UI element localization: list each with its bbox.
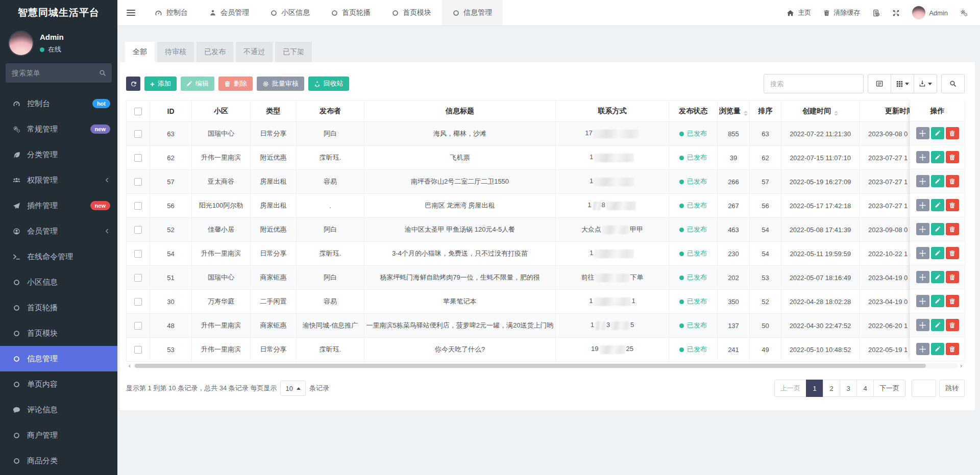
filter-tab[interactable]: 已发布 bbox=[197, 42, 233, 62]
fullscreen-button[interactable] bbox=[886, 0, 906, 26]
move-row-button[interactable] bbox=[916, 175, 929, 187]
row-checkbox[interactable] bbox=[134, 346, 142, 354]
topbar-tab[interactable]: 小区信息 bbox=[260, 0, 321, 26]
sidebar-item[interactable]: 会员管理 ‹ bbox=[0, 218, 117, 244]
sidebar-item[interactable]: 插件管理 new bbox=[0, 193, 117, 218]
home-link[interactable]: 主页 bbox=[780, 0, 817, 26]
edit-row-button[interactable] bbox=[931, 319, 944, 331]
sidebar-item[interactable]: 首页轮播 bbox=[0, 295, 117, 320]
delete-row-button[interactable] bbox=[946, 271, 959, 283]
topbar-tab[interactable]: 信息管理 bbox=[442, 0, 503, 26]
move-row-button[interactable] bbox=[916, 127, 929, 139]
row-checkbox[interactable] bbox=[134, 274, 142, 282]
move-row-button[interactable] bbox=[916, 319, 929, 331]
row-checkbox[interactable] bbox=[134, 130, 142, 138]
row-checkbox[interactable] bbox=[134, 202, 142, 210]
edit-row-button[interactable] bbox=[931, 247, 944, 259]
check-update-button[interactable] bbox=[866, 0, 886, 26]
topbar-tab[interactable]: 首页轮播 bbox=[321, 0, 381, 26]
sidebar-item[interactable]: 商户管理 bbox=[0, 422, 117, 448]
sidebar-item[interactable]: 权限管理 ‹ bbox=[0, 167, 117, 193]
settings-button[interactable] bbox=[954, 0, 974, 26]
row-checkbox[interactable] bbox=[134, 154, 142, 162]
sidebar-item[interactable]: 商品分类 bbox=[0, 448, 117, 473]
edit-row-button[interactable] bbox=[931, 127, 944, 139]
topbar-tab[interactable]: 会员管理 bbox=[199, 0, 260, 26]
edit-row-button[interactable] bbox=[931, 223, 944, 235]
scrollbar-thumb[interactable] bbox=[135, 364, 926, 368]
topbar-tab[interactable]: 控制台 bbox=[144, 0, 199, 26]
scrollbar-track[interactable] bbox=[133, 363, 958, 368]
sidebar-item[interactable]: 首页模块 bbox=[0, 320, 117, 346]
sidebar-item[interactable]: 评论信息 bbox=[0, 397, 117, 422]
sidebar-item[interactable]: 分类管理 bbox=[0, 142, 117, 167]
move-row-button[interactable] bbox=[916, 271, 929, 283]
table-search-input[interactable] bbox=[764, 74, 864, 93]
sidebar-toggle-button[interactable] bbox=[117, 0, 144, 26]
recycle-bin-button[interactable]: 回收站 bbox=[308, 77, 349, 91]
row-checkbox[interactable] bbox=[134, 298, 142, 306]
col-views[interactable]: 浏览量 bbox=[718, 101, 750, 122]
move-row-button[interactable] bbox=[916, 247, 929, 259]
row-checkbox[interactable] bbox=[134, 250, 142, 258]
scroll-left-arrow[interactable]: ‹ bbox=[126, 363, 133, 369]
menu-search-input[interactable] bbox=[6, 63, 112, 83]
advanced-search-button[interactable] bbox=[941, 74, 965, 93]
delete-row-button[interactable] bbox=[946, 175, 959, 187]
sidebar-item[interactable]: 常规管理 new bbox=[0, 116, 117, 142]
filter-tab[interactable]: 待审核 bbox=[157, 42, 194, 62]
avatar[interactable] bbox=[9, 32, 33, 55]
row-checkbox[interactable] bbox=[134, 226, 142, 234]
sidebar-item[interactable]: 控制台 hot bbox=[0, 91, 117, 116]
scroll-right-arrow[interactable]: › bbox=[958, 363, 965, 369]
page-size-select[interactable]: 10 bbox=[280, 381, 305, 396]
columns-button[interactable] bbox=[891, 74, 914, 93]
col-created[interactable]: 创建时间 bbox=[781, 101, 860, 122]
edit-row-button[interactable] bbox=[931, 175, 944, 187]
delete-row-button[interactable] bbox=[946, 343, 959, 355]
detail-view-button[interactable] bbox=[868, 74, 891, 93]
app-logo[interactable]: 智慧同城生活平台 bbox=[0, 0, 117, 26]
export-button[interactable] bbox=[914, 74, 937, 93]
delete-row-button[interactable] bbox=[946, 247, 959, 259]
next-page-button[interactable]: 下一页 bbox=[873, 380, 905, 397]
delete-button[interactable]: 删除 bbox=[218, 77, 253, 91]
sidebar-item[interactable]: 单页内容 bbox=[0, 371, 117, 397]
page-button[interactable]: 4 bbox=[856, 380, 874, 397]
move-row-button[interactable] bbox=[916, 151, 929, 163]
jump-page-input[interactable] bbox=[912, 380, 936, 397]
row-checkbox[interactable] bbox=[134, 178, 142, 186]
delete-row-button[interactable] bbox=[946, 295, 959, 307]
page-button[interactable]: 3 bbox=[840, 380, 857, 397]
edit-row-button[interactable] bbox=[931, 271, 944, 283]
delete-row-button[interactable] bbox=[946, 151, 959, 163]
filter-tab[interactable]: 不通过 bbox=[236, 42, 273, 62]
clear-cache-button[interactable]: 清除缓存 bbox=[817, 0, 866, 26]
prev-page-button[interactable]: 上一页 bbox=[774, 380, 806, 397]
edit-button[interactable]: 编辑 bbox=[181, 77, 214, 91]
add-button[interactable]: + 添加 bbox=[144, 77, 177, 91]
delete-row-button[interactable] bbox=[946, 127, 959, 139]
edit-row-button[interactable] bbox=[931, 295, 944, 307]
delete-row-button[interactable] bbox=[946, 319, 959, 331]
move-row-button[interactable] bbox=[916, 223, 929, 235]
sidebar-item[interactable]: 在线命令管理 bbox=[0, 244, 117, 269]
filter-tab[interactable]: 已下架 bbox=[275, 42, 312, 62]
delete-row-button[interactable] bbox=[946, 223, 959, 235]
row-checkbox[interactable] bbox=[134, 322, 142, 330]
move-row-button[interactable] bbox=[916, 295, 929, 307]
page-button[interactable]: 1 bbox=[806, 380, 823, 397]
filter-tab[interactable]: 全部 bbox=[125, 42, 155, 62]
sidebar-item[interactable]: 信息管理 bbox=[0, 346, 117, 371]
sidebar-item[interactable]: 小区信息 bbox=[0, 269, 117, 295]
move-row-button[interactable] bbox=[916, 343, 929, 355]
edit-row-button[interactable] bbox=[931, 151, 944, 163]
move-row-button[interactable] bbox=[916, 199, 929, 211]
delete-row-button[interactable] bbox=[946, 199, 959, 211]
refresh-button[interactable] bbox=[126, 77, 140, 91]
page-button[interactable]: 2 bbox=[823, 380, 840, 397]
edit-row-button[interactable] bbox=[931, 343, 944, 355]
user-menu[interactable]: Admin bbox=[906, 0, 954, 26]
topbar-tab[interactable]: 首页模块 bbox=[381, 0, 442, 26]
jump-button[interactable]: 跳转 bbox=[939, 380, 965, 397]
